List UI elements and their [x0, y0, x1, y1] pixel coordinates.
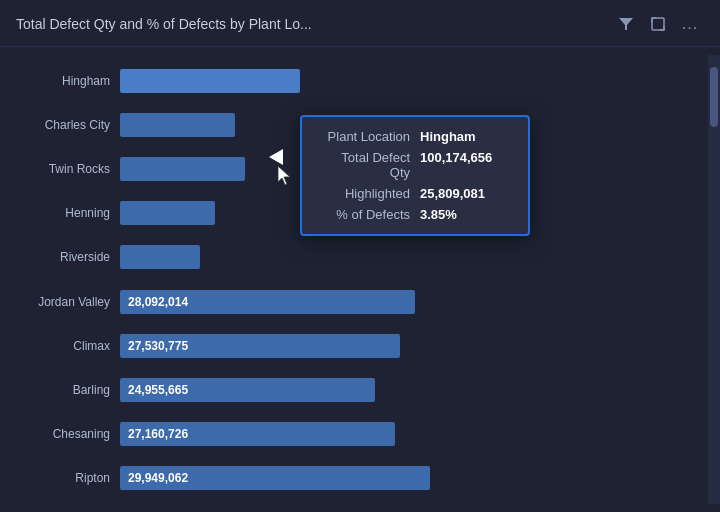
tooltip-highlighted-value: 25,809,081: [410, 186, 512, 201]
bars-column: 28,092,014 27,530,775 24,955,665 27,160,…: [120, 55, 708, 504]
chart-body: Hingham Charles City Twin Rocks Henning …: [0, 47, 720, 512]
bar-label-climax: 27,530,775: [120, 339, 188, 353]
bar-ripton: 29,949,062: [120, 466, 430, 490]
bar-row-riverside[interactable]: [120, 238, 708, 276]
expand-icon: [650, 16, 666, 32]
more-options-button[interactable]: ...: [676, 10, 704, 38]
row-label-charles-city: Charles City: [0, 106, 120, 144]
filter-icon: [618, 16, 634, 32]
bar-label-jordan-valley: 28,092,014: [120, 295, 188, 309]
tooltip-highlighted-label: Highlighted: [318, 186, 410, 201]
row-label-riverside: Riverside: [0, 238, 120, 276]
bar-label-chesaning: 27,160,726: [120, 427, 188, 441]
row-label-hingham: Hingham: [0, 62, 120, 100]
row-label-climax: Climax: [0, 327, 120, 365]
expand-button[interactable]: [644, 10, 672, 38]
bar-henning: [120, 201, 215, 225]
row-label-barling: Barling: [0, 371, 120, 409]
row-label-twin-rocks: Twin Rocks: [0, 150, 120, 188]
tooltip-pct-label: % of Defects: [318, 207, 410, 222]
bar-chesaning: 27,160,726: [120, 422, 395, 446]
tooltip-location-label: Plant Location: [318, 129, 410, 144]
bar-row-chesaning[interactable]: 27,160,726: [120, 415, 708, 453]
chart-header: Total Defect Qty and % of Defects by Pla…: [0, 0, 720, 47]
bar-label-barling: 24,955,665: [120, 383, 188, 397]
bar-charles-city: [120, 113, 235, 137]
labels-column: Hingham Charles City Twin Rocks Henning …: [0, 55, 120, 504]
svg-rect-1: [652, 18, 664, 30]
bar-row-jordan-valley[interactable]: 28,092,014: [120, 283, 708, 321]
bar-row-barling[interactable]: 24,955,665: [120, 371, 708, 409]
more-icon: ...: [682, 15, 698, 33]
bar-riverside: [120, 245, 200, 269]
tooltip: Plant Location Hingham Total Defect Qty …: [300, 115, 530, 236]
bar-jordan-valley: 28,092,014: [120, 290, 415, 314]
row-label-jordan-valley: Jordan Valley: [0, 283, 120, 321]
bar-row-climax[interactable]: 27,530,775: [120, 327, 708, 365]
row-label-chesaning: Chesaning: [0, 415, 120, 453]
tooltip-defect-label: Total Defect Qty: [318, 150, 410, 180]
bar-climax: 27,530,775: [120, 334, 400, 358]
tooltip-row-highlighted: Highlighted 25,809,081: [318, 186, 512, 201]
chart-title: Total Defect Qty and % of Defects by Pla…: [16, 16, 612, 32]
bar-row-hingham[interactable]: [120, 62, 708, 100]
svg-marker-0: [619, 18, 633, 30]
tooltip-defect-value: 100,174,656: [410, 150, 512, 180]
bar-label-ripton: 29,949,062: [120, 471, 188, 485]
chart-container: Total Defect Qty and % of Defects by Pla…: [0, 0, 720, 512]
scrollbar[interactable]: [708, 55, 720, 504]
tooltip-row-pct: % of Defects 3.85%: [318, 207, 512, 222]
tooltip-row-defect: Total Defect Qty 100,174,656: [318, 150, 512, 180]
scrollbar-thumb[interactable]: [710, 67, 718, 127]
bar-twin-rocks: [120, 157, 245, 181]
tooltip-pct-value: 3.85%: [410, 207, 512, 222]
tooltip-row-location: Plant Location Hingham: [318, 129, 512, 144]
header-icons: ...: [612, 10, 704, 38]
row-label-ripton: Ripton: [0, 459, 120, 497]
filter-button[interactable]: [612, 10, 640, 38]
tooltip-location-value: Hingham: [410, 129, 512, 144]
bar-row-ripton[interactable]: 29,949,062: [120, 459, 708, 497]
bar-hingham: [120, 69, 300, 93]
bar-barling: 24,955,665: [120, 378, 375, 402]
row-label-henning: Henning: [0, 194, 120, 232]
